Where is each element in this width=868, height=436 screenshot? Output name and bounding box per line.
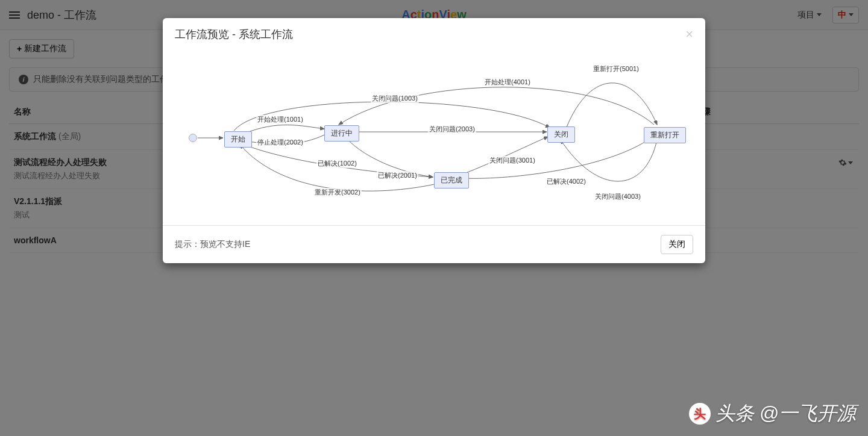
modal-body: 开始 进行中 已完成 关闭 重新打开 开始处理(1001) 停止处理(2002)… [163,51,705,225]
node-start: 开始 [224,131,252,148]
edge-label: 停止处理(2002) [256,138,304,147]
modal-footer: 提示：预览不支持IE 关闭 [163,225,705,262]
node-done: 已完成 [434,172,469,188]
edge-label: 重新打开(5001) [592,64,640,73]
workflow-diagram: 开始 进行中 已完成 关闭 重新打开 开始处理(1001) 停止处理(2002)… [175,57,693,213]
edge-label: 关闭问题(2003) [428,125,476,134]
edge-label: 关闭问题(3001) [488,156,536,165]
modal-hint: 提示：预览不支持IE [175,239,250,250]
node-closed: 关闭 [547,126,575,143]
close-button[interactable]: 关闭 [661,235,693,254]
workflow-preview-modal: 工作流预览 - 系统工作流 × [163,18,705,262]
edge-label: 关闭问题(1003) [371,94,419,103]
modal-header: 工作流预览 - 系统工作流 × [163,18,705,51]
edge-label: 开始处理(4001) [483,78,532,87]
edge-label: 重新开发(3002) [313,188,362,197]
close-icon[interactable]: × [685,28,693,41]
edge-label: 已解决(4002) [546,177,587,186]
edge-label: 开始处理(1001) [256,115,304,124]
start-dot [189,134,197,142]
edge-label: 已解决(1002) [316,159,358,168]
node-in-progress: 进行中 [324,125,359,142]
edge-label: 已解决(2001) [377,171,418,180]
modal-title: 工作流预览 - 系统工作流 [175,27,293,42]
node-reopen: 重新打开 [644,127,686,143]
diagram-edges [175,57,693,213]
edge-label: 关闭问题(4003) [594,192,642,201]
